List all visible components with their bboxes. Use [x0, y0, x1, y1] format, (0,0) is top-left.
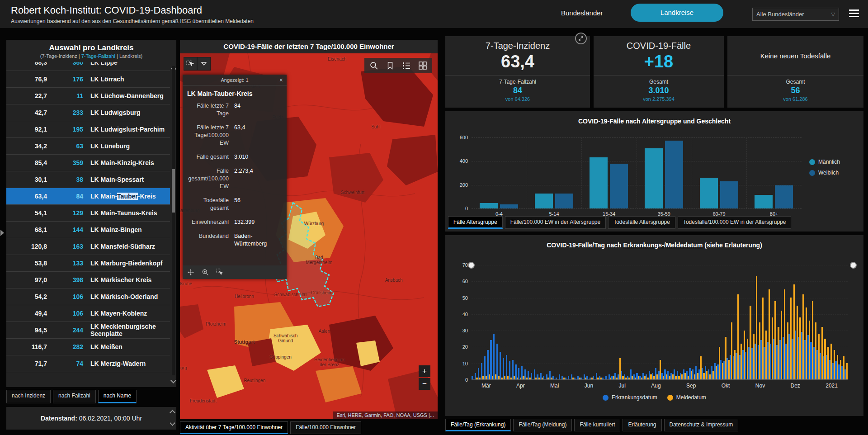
pan-to-icon[interactable] — [187, 269, 194, 276]
row-fallzahl: 144 — [54, 226, 83, 233]
age-chart-tab[interactable]: Fälle/100.000 EW in der Altersgruppe — [505, 216, 606, 229]
subtitle-sep: | — [77, 53, 81, 59]
age-chart-tab[interactable]: Todesfälle Altersgruppe — [608, 216, 675, 229]
time-x-label: Okt — [722, 383, 730, 389]
time-slot — [584, 265, 587, 379]
erkrankungsdatum-link[interactable]: Erkrankungs- — [623, 241, 664, 249]
age-vgrid — [527, 137, 527, 208]
selection-icon[interactable] — [216, 269, 223, 276]
landkreis-row[interactable]: 120,8163LK Mansfeld-Südharz — [6, 238, 170, 255]
time-range-slider-left[interactable] — [468, 262, 475, 269]
panel-expand-arrow-icon[interactable] — [0, 230, 4, 236]
time-bar-erkrankung — [574, 378, 576, 379]
landkreis-row[interactable]: 92,1195LK Ludwigslust-Parchim — [6, 121, 170, 138]
map-canvas[interactable]: EisenachBad HersfeldFuldaSuhlSchweinfurt… — [180, 53, 438, 419]
time-slot — [820, 265, 823, 379]
age-chart-panel: COVID-19-Fälle nach Altersgruppe und Ges… — [445, 111, 863, 232]
landkreis-row[interactable]: 76,9176LK Lörrach — [6, 71, 170, 88]
meldedatum-link[interactable]: Meldedatum — [666, 241, 703, 249]
row-inzidenz: 76,9 — [13, 76, 47, 83]
zoom-to-icon[interactable] — [202, 269, 209, 276]
row-fallzahl: 106 — [54, 293, 83, 300]
time-range-slider-right[interactable] — [850, 262, 857, 269]
time-slot — [627, 265, 630, 379]
landkreis-row[interactable]: 30,138LK Main-Spessart — [6, 171, 170, 188]
landkreis-row[interactable]: 54,2106LK Märkisch-Oderland — [6, 288, 170, 305]
time-bar-erkrankung — [559, 374, 560, 379]
landkreis-row[interactable]: 116,7282LK Meißen — [6, 339, 170, 355]
landkreis-row[interactable]: 63,484LK Main-Tauber-Kreis — [6, 188, 170, 205]
datenstand-scroll-down-icon[interactable] — [170, 420, 175, 426]
select-tool-button[interactable] — [184, 57, 197, 71]
city-label: Eisenach — [320, 57, 355, 61]
time-chart-tab[interactable]: Erläuterung — [623, 419, 661, 431]
time-slot — [503, 265, 506, 379]
time-slot — [475, 265, 478, 379]
age-bar-group — [755, 185, 793, 208]
landkreis-row[interactable]: 85,4359LK Main-Kinzig-Kreis — [6, 155, 170, 171]
age-gridline — [472, 208, 802, 209]
time-chart-tab[interactable]: Fälle/Tag (Meldung) — [513, 419, 572, 431]
map-bookmark-button[interactable] — [384, 60, 396, 71]
age-chart-tab[interactable]: Fälle Altersgruppe — [448, 216, 503, 229]
map-layer-tab[interactable]: Aktivität über 7 Tage/100.000 Einwohner — [180, 421, 288, 434]
time-slot — [500, 265, 503, 379]
time-bar-erkrankung — [593, 376, 594, 379]
landkreis-row[interactable]: 54,1129LK Main-Taunus-Kreis — [6, 205, 170, 222]
select-tool-dropdown-button[interactable] — [197, 57, 211, 71]
age-chart-tab[interactable]: Todesfälle/100.000 EW in der Altersgrupp… — [678, 216, 791, 229]
nav-landkreise[interactable]: Landkreise — [631, 4, 723, 22]
landkreis-row[interactable]: 68,1144LK Mainz-Bingen — [6, 222, 170, 238]
row-name: LK Mayen-Koblenz — [90, 310, 167, 317]
time-chart-legend: ErkrankungsdatumMeldedatum — [445, 394, 863, 401]
zoom-in-button[interactable]: + — [419, 365, 430, 377]
time-chart-tab[interactable]: Fälle/Tag (Erkrankung) — [445, 419, 511, 431]
landkreis-row[interactable]: 94,5244LK Mecklenburgische Seenplatte — [6, 322, 170, 339]
landkreis-row[interactable]: 42,7233LK Ludwigsburg — [6, 104, 170, 121]
time-chart-tab[interactable]: Fälle kumuliert — [574, 419, 620, 431]
page-title: Robert Koch-Institut: COVID-19-Dashboard — [11, 5, 202, 16]
close-icon[interactable]: × — [279, 75, 283, 85]
time-chart-tab[interactable]: Datenschutz & Impressum — [664, 419, 739, 431]
map-search-button[interactable] — [368, 60, 380, 71]
landkreis-row[interactable]: 34,263LK Lüneburg — [6, 138, 170, 155]
list-scrollbar-thumb[interactable] — [172, 169, 175, 213]
landkreis-row[interactable]: 88,3360LK Lippe — [6, 62, 170, 71]
row-fallzahl: 282 — [54, 343, 83, 350]
time-x-label: Jun — [585, 383, 593, 389]
landkreis-row[interactable]: 22,711LK Lüchow-Dannenberg — [6, 88, 170, 104]
legend-dot — [603, 395, 609, 401]
time-slot — [751, 265, 755, 379]
bookmark-icon — [386, 61, 394, 70]
sort-tab[interactable]: nach Name — [98, 390, 137, 403]
time-x-label: Nov — [755, 383, 765, 389]
landkreis-row[interactable]: 97,0398LK Märkischer Kreis — [6, 272, 170, 288]
time-slot — [844, 265, 848, 379]
landkreis-row[interactable]: 71,774LK Merzig-Wadern — [6, 355, 170, 372]
row-inzidenz: 63,4 — [13, 193, 47, 200]
popup-field-row: Todesfälle gesamt56 — [183, 194, 287, 215]
datenstand-scroll-up-icon[interactable] — [170, 410, 175, 416]
sort-tab[interactable]: nach Inzidenz — [6, 390, 51, 403]
age-chart-plot: 02004006000-45-1415-3435-5960-7980+ — [472, 137, 802, 208]
expand-panel-icon[interactable] — [575, 33, 587, 44]
zoom-out-button[interactable]: − — [419, 378, 430, 390]
landkreis-row[interactable]: 53,8133LK Marburg-Biedenkopf — [6, 255, 170, 272]
sort-tab[interactable]: nach Fallzahl — [53, 390, 96, 403]
nav-bundeslaender[interactable]: Bundesländer — [561, 9, 603, 17]
time-slot — [730, 265, 733, 379]
time-slot — [621, 265, 624, 379]
row-name: LK Märkisch-Oderland — [90, 293, 167, 300]
list-scroll-down-icon[interactable] — [170, 378, 176, 383]
menu-icon[interactable] — [849, 9, 859, 18]
list-scrollbar[interactable] — [172, 66, 175, 375]
map-basemap-button[interactable] — [417, 60, 429, 71]
time-slot — [813, 265, 816, 379]
time-slot — [677, 265, 680, 379]
map-legend-button[interactable] — [401, 60, 412, 71]
landkreis-row[interactable]: 49,4106LK Mayen-Koblenz — [6, 305, 170, 322]
map-layer-tab[interactable]: Fälle/100.000 Einwohner — [290, 421, 361, 434]
time-y-tick: 30 — [462, 328, 468, 333]
bundesland-filter-dropdown[interactable]: Alle Bundesländer ▽ — [752, 8, 839, 21]
time-slot — [609, 265, 612, 379]
